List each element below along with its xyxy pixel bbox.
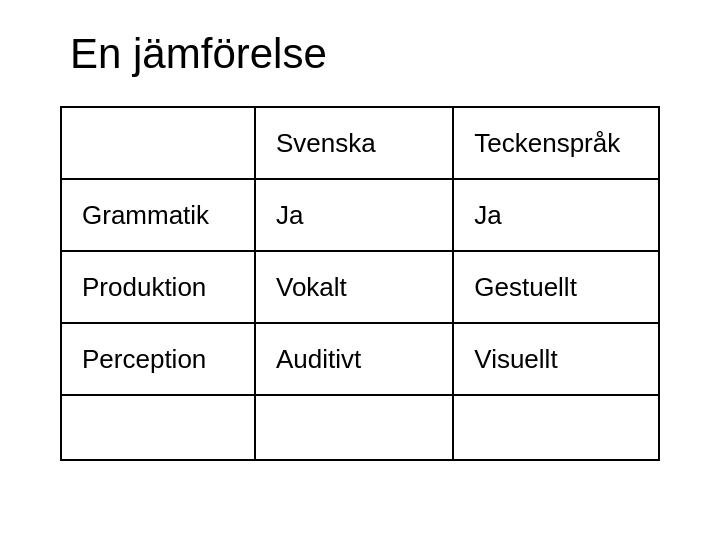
header-cell-empty <box>61 107 255 179</box>
comparison-table: Svenska Teckenspråk Grammatik Ja Ja Prod… <box>60 106 660 461</box>
row-teckensprak-produktion: Gestuellt <box>453 251 659 323</box>
table-row: Perception Auditivt Visuellt <box>61 323 659 395</box>
row-label-grammatik: Grammatik <box>61 179 255 251</box>
row-teckensprak-empty <box>453 395 659 460</box>
header-cell-svenska: Svenska <box>255 107 453 179</box>
row-teckensprak-perception: Visuellt <box>453 323 659 395</box>
row-svenska-perception: Auditivt <box>255 323 453 395</box>
table-row: Grammatik Ja Ja <box>61 179 659 251</box>
header-cell-teckensprak: Teckenspråk <box>453 107 659 179</box>
row-label-empty <box>61 395 255 460</box>
page-title: En jämförelse <box>70 30 327 78</box>
row-teckensprak-grammatik: Ja <box>453 179 659 251</box>
row-svenska-grammatik: Ja <box>255 179 453 251</box>
row-svenska-produktion: Vokalt <box>255 251 453 323</box>
table-row-empty <box>61 395 659 460</box>
row-label-perception: Perception <box>61 323 255 395</box>
table-row: Produktion Vokalt Gestuellt <box>61 251 659 323</box>
row-svenska-empty <box>255 395 453 460</box>
row-label-produktion: Produktion <box>61 251 255 323</box>
table-header-row: Svenska Teckenspråk <box>61 107 659 179</box>
